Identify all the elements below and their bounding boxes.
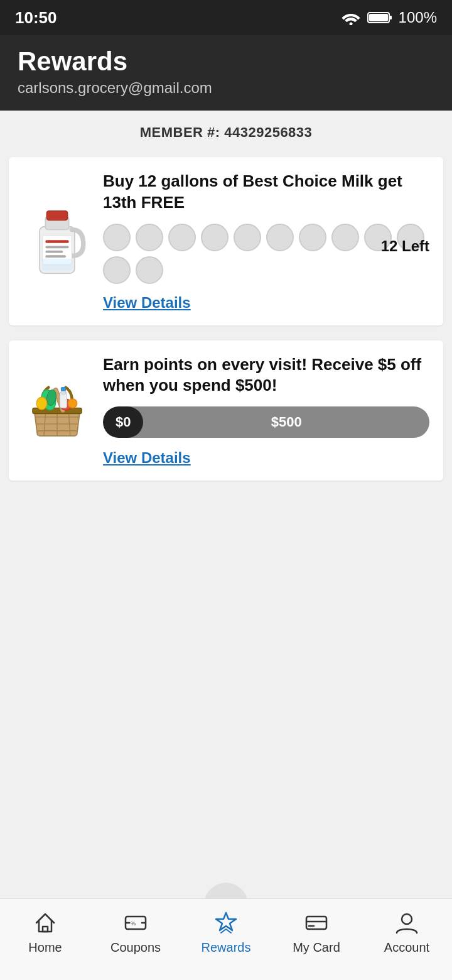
points-reward-card: Earn points on every visit! Receive $5 o… <box>9 340 443 481</box>
bottom-nav: Home % Coupons Rewards My Card <box>0 898 452 980</box>
stamp-8 <box>331 224 359 251</box>
stamp-3 <box>168 224 196 251</box>
page-title: Rewards <box>18 46 434 77</box>
stamp-2 <box>136 224 163 251</box>
nav-item-account[interactable]: Account <box>362 906 452 957</box>
stamp-7 <box>299 224 326 251</box>
svg-point-0 <box>349 23 352 26</box>
stamp-1 <box>103 224 131 251</box>
coupons-icon: % <box>122 909 149 937</box>
wifi-icon <box>341 10 361 25</box>
battery-icon <box>367 10 392 25</box>
svg-rect-28 <box>61 388 65 391</box>
mycard-label: My Card <box>293 940 340 955</box>
svg-text:%: % <box>131 920 136 927</box>
svg-rect-6 <box>46 211 67 220</box>
progress-start-label: $0 <box>103 406 143 438</box>
svg-rect-2 <box>389 16 392 19</box>
progress-end-label: $500 <box>143 414 429 430</box>
main-content: MEMBER #: 44329256833 <box>0 111 452 571</box>
points-reward-title: Earn points on every visit! Receive $5 o… <box>103 354 429 397</box>
stamp-6 <box>266 224 294 251</box>
stamp-5 <box>234 224 261 251</box>
grocery-image <box>23 354 92 467</box>
nav-item-coupons[interactable]: % Coupons <box>90 906 181 957</box>
member-number: MEMBER #: 44329256833 <box>0 111 452 152</box>
battery-percent: 100% <box>399 9 437 26</box>
svg-rect-8 <box>45 240 68 243</box>
grocery-basket-icon <box>26 373 89 448</box>
user-email: carlsons.grocery@gmail.com <box>18 79 434 97</box>
points-view-details-link[interactable]: View Details <box>103 449 191 466</box>
svg-point-25 <box>36 397 46 410</box>
svg-rect-10 <box>45 251 63 253</box>
milk-view-details-link[interactable]: View Details <box>103 294 191 311</box>
status-icons: 100% <box>341 9 437 26</box>
milk-reward-card: Buy 12 gallons of Best Choice Milk get 1… <box>9 157 443 325</box>
milk-jug-icon <box>26 200 89 282</box>
milk-image <box>23 171 92 312</box>
home-icon <box>31 909 59 937</box>
milk-reward-title: Buy 12 gallons of Best Choice Milk get 1… <box>103 171 429 214</box>
svg-rect-9 <box>45 246 68 248</box>
rewards-label: Rewards <box>202 940 251 955</box>
stamp-11 <box>103 256 131 284</box>
rewards-icon <box>212 909 240 937</box>
status-time: 10:50 <box>15 8 57 28</box>
milk-reward-body: Buy 12 gallons of Best Choice Milk get 1… <box>103 171 429 312</box>
home-label: Home <box>28 940 62 955</box>
svg-point-24 <box>68 399 77 408</box>
coupons-label: Coupons <box>110 940 161 955</box>
account-label: Account <box>384 940 429 955</box>
svg-rect-35 <box>306 917 326 929</box>
svg-point-38 <box>402 914 412 924</box>
svg-rect-11 <box>45 255 66 258</box>
stamp-12 <box>136 256 163 284</box>
mycard-icon <box>303 909 330 937</box>
svg-rect-29 <box>43 927 48 932</box>
stamps-left: 12 Left <box>381 237 429 255</box>
nav-item-rewards[interactable]: Rewards <box>181 906 271 957</box>
nav-item-home[interactable]: Home <box>0 906 90 957</box>
stamp-4 <box>201 224 229 251</box>
points-progress-bar: $0 $500 <box>103 406 429 438</box>
svg-marker-34 <box>216 913 236 930</box>
status-bar: 10:50 100% <box>0 0 452 35</box>
account-icon <box>393 909 421 937</box>
svg-rect-3 <box>369 14 388 21</box>
app-header: Rewards carlsons.grocery@gmail.com <box>0 35 452 111</box>
svg-rect-12 <box>43 259 72 271</box>
points-reward-body: Earn points on every visit! Receive $5 o… <box>103 354 429 467</box>
nav-item-mycard[interactable]: My Card <box>271 906 362 957</box>
